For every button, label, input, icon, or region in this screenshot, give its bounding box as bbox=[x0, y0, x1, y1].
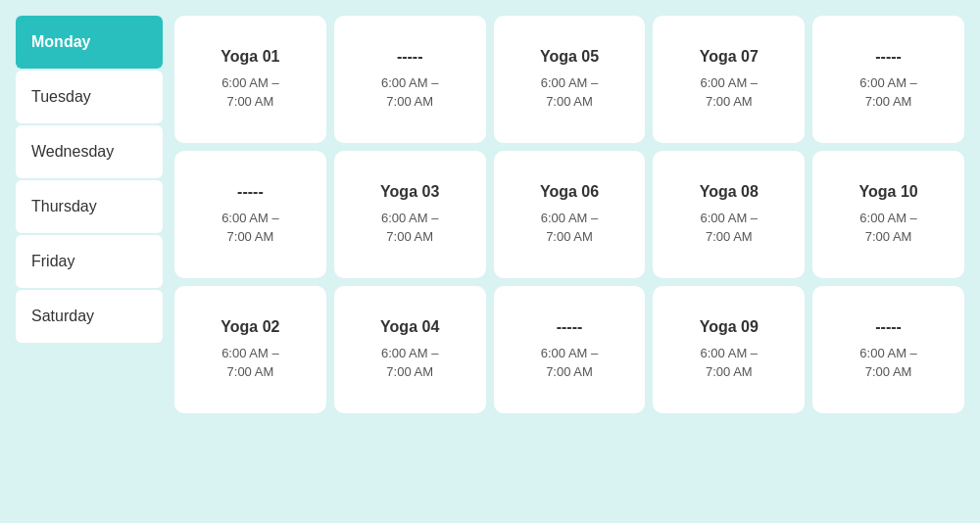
class-name: Yoga 01 bbox=[220, 48, 279, 66]
class-name: ----- bbox=[237, 183, 264, 201]
class-card[interactable]: Yoga 056:00 AM –7:00 AM bbox=[494, 16, 646, 143]
sidebar-item-monday[interactable]: Monday bbox=[16, 16, 163, 69]
class-time: 6:00 AM –7:00 AM bbox=[221, 209, 279, 247]
class-card[interactable]: Yoga 046:00 AM –7:00 AM bbox=[334, 286, 486, 413]
grid-row-2: Yoga 026:00 AM –7:00 AMYoga 046:00 AM –7… bbox=[174, 286, 964, 413]
class-card[interactable]: Yoga 086:00 AM –7:00 AM bbox=[653, 151, 805, 278]
class-card[interactable]: Yoga 096:00 AM –7:00 AM bbox=[653, 286, 805, 413]
class-time: 6:00 AM –7:00 AM bbox=[701, 344, 759, 382]
sidebar-item-saturday[interactable]: Saturday bbox=[16, 290, 163, 343]
class-name: ----- bbox=[397, 48, 423, 66]
class-name: Yoga 06 bbox=[540, 183, 599, 201]
class-name: ----- bbox=[875, 318, 902, 336]
class-time: 6:00 AM –7:00 AM bbox=[541, 209, 599, 247]
class-card[interactable]: -----6:00 AM –7:00 AM bbox=[174, 151, 326, 278]
class-time: 6:00 AM –7:00 AM bbox=[221, 73, 279, 112]
class-name: Yoga 07 bbox=[700, 48, 759, 66]
class-time: 6:00 AM –7:00 AM bbox=[541, 344, 599, 382]
class-card[interactable]: -----6:00 AM –7:00 AM bbox=[334, 16, 486, 143]
class-name: Yoga 03 bbox=[380, 183, 439, 201]
sidebar-item-friday[interactable]: Friday bbox=[16, 235, 163, 288]
class-time: 6:00 AM –7:00 AM bbox=[381, 73, 439, 112]
class-card[interactable]: Yoga 026:00 AM –7:00 AM bbox=[174, 286, 326, 413]
class-name: Yoga 10 bbox=[859, 183, 918, 201]
class-time: 6:00 AM –7:00 AM bbox=[859, 73, 917, 112]
grid-row-0: Yoga 016:00 AM –7:00 AM-----6:00 AM –7:0… bbox=[174, 16, 964, 143]
class-card[interactable]: Yoga 076:00 AM –7:00 AM bbox=[653, 16, 805, 143]
class-name: ----- bbox=[875, 48, 902, 66]
class-time: 6:00 AM –7:00 AM bbox=[701, 209, 759, 247]
grid-row-1: -----6:00 AM –7:00 AMYoga 036:00 AM –7:0… bbox=[174, 151, 964, 278]
class-card[interactable]: -----6:00 AM –7:00 AM bbox=[812, 286, 964, 413]
class-time: 6:00 AM –7:00 AM bbox=[859, 209, 917, 247]
main-container: MondayTuesdayWednesdayThursdayFridaySatu… bbox=[0, 0, 980, 523]
class-name: Yoga 08 bbox=[700, 183, 759, 201]
grid-area: Yoga 016:00 AM –7:00 AM-----6:00 AM –7:0… bbox=[174, 16, 964, 507]
class-name: Yoga 05 bbox=[540, 48, 599, 66]
class-time: 6:00 AM –7:00 AM bbox=[701, 73, 759, 112]
class-card[interactable]: -----6:00 AM –7:00 AM bbox=[812, 16, 964, 143]
sidebar-item-tuesday[interactable]: Tuesday bbox=[16, 71, 163, 123]
sidebar: MondayTuesdayWednesdayThursdayFridaySatu… bbox=[16, 16, 163, 507]
class-card[interactable]: Yoga 106:00 AM –7:00 AM bbox=[812, 151, 964, 278]
class-time: 6:00 AM –7:00 AM bbox=[381, 344, 439, 382]
class-name: Yoga 04 bbox=[380, 318, 439, 336]
class-name: Yoga 09 bbox=[700, 318, 759, 336]
sidebar-item-thursday[interactable]: Thursday bbox=[16, 180, 163, 233]
class-time: 6:00 AM –7:00 AM bbox=[859, 344, 917, 382]
class-card[interactable]: -----6:00 AM –7:00 AM bbox=[494, 286, 646, 413]
sidebar-item-wednesday[interactable]: Wednesday bbox=[16, 125, 163, 178]
class-card[interactable]: Yoga 036:00 AM –7:00 AM bbox=[334, 151, 486, 278]
class-time: 6:00 AM –7:00 AM bbox=[541, 73, 599, 112]
class-time: 6:00 AM –7:00 AM bbox=[381, 209, 439, 247]
class-time: 6:00 AM –7:00 AM bbox=[221, 344, 279, 382]
class-card[interactable]: Yoga 066:00 AM –7:00 AM bbox=[494, 151, 646, 278]
class-name: Yoga 02 bbox=[220, 318, 279, 336]
class-card[interactable]: Yoga 016:00 AM –7:00 AM bbox=[174, 16, 326, 143]
class-name: ----- bbox=[557, 318, 583, 336]
